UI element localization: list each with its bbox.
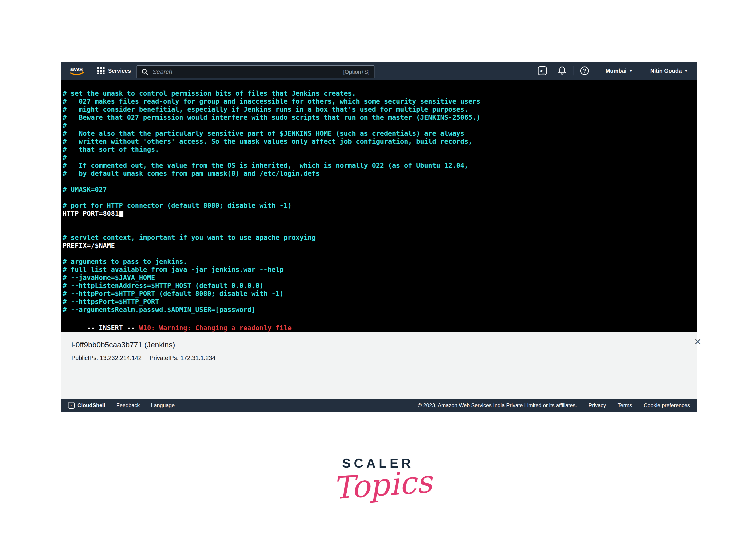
terminal-line: # might consider benefitial, especially … — [63, 105, 697, 113]
private-ips-label: PrivateIPs: — [150, 355, 179, 362]
terminal-line: # full list available from java -jar jen… — [63, 265, 697, 273]
services-label: Services — [108, 68, 131, 74]
account-menu[interactable]: Nitin Gouda — [642, 62, 697, 80]
footer-left-group: CloudShell Feedback Language — [68, 402, 175, 409]
svg-text:?: ? — [583, 68, 586, 74]
services-menu-button[interactable]: Services — [97, 62, 131, 80]
search-icon — [141, 68, 149, 75]
terminal-line: # set the umask to control permission bi… — [63, 89, 697, 97]
terminal-line: # port for HTTP connector (default 8080;… — [63, 201, 697, 209]
instance-info-panel: i-0ff9bb0b5caa3b771 (Jenkins) PublicIPs:… — [61, 332, 697, 399]
cloudshell-icon — [68, 402, 75, 409]
region-selector[interactable]: Mumbai — [596, 62, 642, 80]
navbar-right-group: ? Mumbai Nitin Gouda — [534, 62, 697, 80]
cloudshell-label: CloudShell — [77, 402, 105, 409]
terminal-line: # Note also that the particularly sensit… — [63, 129, 697, 137]
terminal-line: # written without 'others' access. So th… — [63, 137, 697, 145]
aws-logo-text: aws — [70, 65, 83, 72]
bell-icon — [558, 66, 567, 75]
close-icon[interactable] — [692, 336, 704, 348]
public-ips-label: PublicIPs: — [71, 355, 98, 362]
terms-link[interactable]: Terms — [618, 402, 632, 409]
account-name-label: Nitin Gouda — [650, 68, 682, 74]
terminal-line — [63, 225, 697, 233]
privacy-link[interactable]: Privacy — [589, 402, 606, 409]
terminal-buffer: # set the umask to control permission bi… — [63, 89, 697, 314]
terminal-line — [63, 217, 697, 225]
instance-ip-row: PublicIPs: 13.232.214.142 PrivateIPs: 17… — [71, 355, 215, 362]
terminal-line: # by default umask comes from pam_umask(… — [63, 169, 697, 177]
services-grid-icon — [97, 67, 105, 74]
aws-logo-icon[interactable]: aws — [70, 65, 85, 76]
topics-wordmark: Topics — [332, 463, 433, 507]
terminal-line: # arguments to pass to jenkins. — [63, 257, 697, 265]
terminal-line: # UMASK=027 — [63, 185, 697, 193]
public-ips-value: 13.232.214.142 — [100, 355, 142, 362]
chevron-down-icon — [629, 69, 633, 73]
terminal-line: # --httpListenAddress=$HTTP_HOST (defaul… — [63, 282, 697, 290]
feedback-link[interactable]: Feedback — [116, 402, 140, 409]
help-button[interactable]: ? — [573, 62, 596, 80]
scaler-topics-logo: SCALER Topics — [0, 456, 756, 504]
terminal-line — [63, 177, 697, 185]
vim-status-line: -- INSERT -- W10: Warning: Changing a re… — [63, 316, 697, 324]
search-shortcut-hint: [Option+S] — [343, 69, 370, 75]
aws-smile-swoosh — [71, 72, 84, 74]
vim-ruler-line: 2,1 35% — [63, 324, 697, 332]
cloudshell-terminal-button[interactable] — [534, 62, 551, 80]
language-link[interactable]: Language — [151, 402, 175, 409]
footer-right-group: © 2023, Amazon Web Services India Privat… — [418, 402, 690, 409]
nav-divider — [90, 66, 90, 75]
terminal-cursor — [119, 211, 123, 217]
terminal-line — [63, 193, 697, 201]
private-ips-value: 172.31.1.234 — [180, 355, 215, 362]
terminal-line: # servlet context, important if you want… — [63, 233, 697, 241]
terminal-line: # --httpPort=$HTTP_PORT (default 8080; d… — [63, 290, 697, 298]
aws-console-window: aws Services [Option+S] — [61, 62, 697, 412]
terminal-line: # --httpsPort=$HTTP_PORT — [63, 298, 697, 306]
terminal-line: # --argumentsRealm.passwd.$ADMIN_USER=[p… — [63, 306, 697, 314]
terminal-line: HTTP_PORT=8081 — [63, 209, 697, 217]
instance-title: i-0ff9bb0b5caa3b771 (Jenkins) — [71, 341, 175, 349]
terminal-line: # --javaHome=$JAVA_HOME — [63, 273, 697, 282]
top-navbar: aws Services [Option+S] — [61, 62, 697, 80]
terminal-line: # that sort of things. — [63, 145, 697, 153]
terminal-line: # — [63, 121, 697, 129]
terminal-line — [63, 249, 697, 257]
terminal-line: # — [63, 153, 697, 161]
region-label: Mumbai — [605, 68, 626, 74]
terminal[interactable]: # set the umask to control permission bi… — [61, 80, 697, 332]
global-search-box[interactable]: [Option+S] — [137, 65, 374, 78]
notifications-button[interactable] — [551, 62, 573, 80]
chevron-down-icon — [684, 69, 688, 73]
terminal-line: # Beware that 027 permission would inter… — [63, 113, 697, 121]
cookie-preferences-link[interactable]: Cookie preferences — [644, 402, 690, 409]
footer-cloudshell-button[interactable]: CloudShell — [68, 402, 105, 409]
terminal-icon — [538, 66, 547, 75]
terminal-line: PREFIX=/$NAME — [63, 241, 697, 249]
terminal-line: # If commented out, the value from the O… — [63, 161, 697, 169]
console-footer: CloudShell Feedback Language © 2023, Ama… — [61, 399, 697, 412]
terminal-line: # 027 makes files read-only for group an… — [63, 97, 697, 105]
search-input[interactable] — [153, 68, 340, 75]
question-circle-icon: ? — [580, 66, 589, 75]
copyright-text: © 2023, Amazon Web Services India Privat… — [418, 402, 577, 409]
